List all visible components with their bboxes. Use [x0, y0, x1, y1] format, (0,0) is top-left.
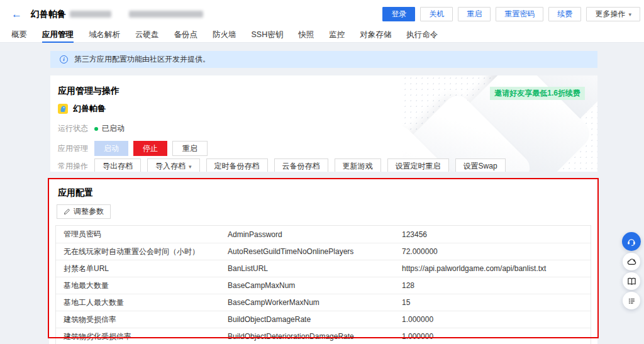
header-action-button[interactable]: 登录: [382, 7, 415, 21]
page-title: 幻兽帕鲁: [31, 9, 66, 20]
tab[interactable]: 域名解析: [89, 28, 120, 43]
info-icon: i: [60, 55, 68, 64]
config-table-row[interactable]: 封禁名单URL BanListURL https://api.palworldg…: [56, 260, 591, 277]
config-table-row[interactable]: 基地最大数量 BaseCampMaxNum 128: [56, 277, 591, 294]
common-operation-button[interactable]: 云备份存档: [274, 158, 328, 172]
page: ← 幻兽帕鲁 登录关机重启重置密码续费更多操作 概要应用管理域名解析云硬盘备份点…: [0, 0, 644, 344]
config-table: 管理员密码 AdminPassword 123456 无在线玩家时自动重置公会时…: [55, 225, 591, 344]
tab[interactable]: 云硬盘: [135, 28, 159, 43]
tab[interactable]: 快照: [298, 28, 314, 43]
app-management-card: 邀请好友享最低1.6折续费 应用管理与操作 幻兽帕鲁 运行状态 已启动 应用管理…: [50, 75, 597, 172]
common-operation-button[interactable]: 设置Swap: [455, 158, 506, 172]
param-name: 无在线玩家时自动重置公会时间（小时）: [56, 247, 228, 257]
param-name: 管理员密码: [56, 229, 228, 240]
tab[interactable]: SSH密钥: [252, 28, 284, 43]
pencil-icon: [64, 208, 70, 215]
param-name: 建筑物劣化受损倍率: [56, 331, 228, 342]
param-value: 128: [402, 281, 591, 290]
app-control-button[interactable]: 启动: [94, 141, 128, 156]
ops-label: 常用操作: [58, 161, 88, 172]
info-banner: i 第三方应用配置功能由社区开发并提供。: [50, 51, 597, 68]
tab[interactable]: 防火墙: [213, 28, 236, 43]
common-operation-button[interactable]: 导入存档: [147, 158, 200, 172]
common-operation-button[interactable]: 设置定时重启: [387, 158, 449, 172]
header-action-button[interactable]: 续费: [548, 7, 581, 21]
title-row: ← 幻兽帕鲁 登录关机重启重置密码续费更多操作: [0, 0, 644, 28]
status-label: 运行状态: [58, 123, 88, 134]
adjust-params-label: 调整参数: [74, 206, 104, 217]
ops-row: 常用操作 导出存档导入存档定时备份存档云备份存档更新游戏设置定时重启设置Swap: [58, 158, 597, 172]
tab[interactable]: 执行命令: [406, 28, 438, 43]
app-name: 幻兽帕鲁: [73, 103, 106, 114]
header-action-button[interactable]: 关机: [420, 7, 453, 21]
config-table-row[interactable]: 建筑物受损倍率 BuildObjectDamageRate 1.000000: [56, 311, 591, 328]
headset-icon: [626, 236, 637, 247]
param-value: https://api.palworldgame.com/api/banlist…: [402, 264, 591, 273]
header-action-button[interactable]: 重置密码: [496, 7, 543, 21]
redacted-text: [129, 11, 203, 18]
common-operation-button[interactable]: 导出存档: [94, 158, 141, 172]
param-value: 123456: [402, 230, 591, 239]
param-name: 建筑物受损倍率: [56, 314, 228, 325]
config-table-row[interactable]: 基地工人最大数量 BaseCampWorkerMaxNum 15: [56, 294, 591, 311]
status-value: 已启动: [102, 123, 125, 134]
param-key: BuildObjectDamageRate: [228, 315, 402, 324]
app-row: 幻兽帕鲁: [58, 103, 597, 114]
param-key: BaseCampMaxNum: [228, 281, 402, 290]
tab[interactable]: 监控: [329, 28, 345, 43]
cloud-icon: [626, 257, 637, 267]
tab[interactable]: 概要: [11, 28, 27, 43]
info-banner-text: 第三方应用配置功能由社区开发并提供。: [74, 54, 210, 65]
header-action-button[interactable]: 更多操作: [586, 7, 640, 21]
status-dot-icon: [94, 127, 98, 131]
param-name: 基地工人最大数量: [56, 297, 228, 308]
config-table-row[interactable]: 管理员密码 AdminPassword 123456: [56, 226, 591, 243]
param-value: 72.000000: [402, 247, 591, 256]
app-control-button[interactable]: 重启: [172, 141, 208, 156]
top-header: ← 幻兽帕鲁 登录关机重启重置密码续费更多操作 概要应用管理域名解析云硬盘备份点…: [0, 0, 644, 43]
param-value: 1.000000: [402, 332, 591, 341]
param-key: AutoResetGuildTimeNoOnlinePlayers: [228, 247, 402, 256]
manage-label: 应用管理: [58, 143, 88, 154]
param-key: BanListURL: [228, 264, 402, 273]
param-key: AdminPassword: [228, 230, 402, 239]
tab[interactable]: 应用管理: [42, 28, 74, 43]
param-value: 15: [402, 298, 591, 307]
docs-book-button[interactable]: [623, 272, 640, 290]
redacted-text: [70, 11, 111, 18]
palworld-app-icon: [58, 104, 68, 114]
app-config-card: 应用配置 调整参数 管理员密码 AdminPassword 123456 无在线…: [49, 179, 597, 344]
param-name: 封禁名单URL: [56, 264, 228, 274]
ops-buttons: 导出存档导入存档定时备份存档云备份存档更新游戏设置定时重启设置Swap: [94, 158, 512, 172]
support-headset-button[interactable]: [622, 232, 641, 251]
param-value: 1.000000: [402, 315, 591, 324]
status-row: 运行状态 已启动: [58, 123, 597, 134]
back-arrow-icon[interactable]: ←: [11, 9, 22, 19]
config-table-row[interactable]: 建筑物劣化受损倍率 BuildObjectDeteriorationDamage…: [56, 328, 591, 344]
promo-badge[interactable]: 邀请好友享最低1.6折续费: [490, 87, 585, 100]
header-action-button[interactable]: 重启: [458, 7, 491, 21]
config-table-row[interactable]: 无在线玩家时自动重置公会时间（小时） AutoResetGuildTimeNoO…: [56, 243, 591, 260]
header-actions: 登录关机重启重置密码续费更多操作: [377, 7, 640, 21]
param-name: 基地最大数量: [56, 280, 228, 291]
floating-toolbar: [622, 232, 641, 309]
param-key: BaseCampWorkerMaxNum: [228, 298, 402, 307]
tab[interactable]: 备份点: [174, 28, 198, 43]
common-operation-button[interactable]: 定时备份存档: [206, 158, 268, 172]
manage-buttons: 启动停止重启: [94, 141, 213, 156]
cloud-feedback-button[interactable]: [623, 253, 640, 270]
app-control-button[interactable]: 停止: [133, 141, 167, 156]
param-key: BuildObjectDeteriorationDamageRate: [228, 332, 402, 341]
tab[interactable]: 对象存储: [360, 28, 391, 43]
manage-row: 应用管理 启动停止重启: [58, 141, 597, 156]
open-book-icon: [626, 276, 637, 287]
list-icon: [626, 296, 637, 306]
survey-list-button[interactable]: [623, 292, 640, 309]
config-title: 应用配置: [49, 179, 597, 199]
tab-bar: 概要应用管理域名解析云硬盘备份点防火墙SSH密钥快照监控对象存储执行命令: [11, 28, 644, 43]
common-operation-button[interactable]: 更新游戏: [335, 158, 381, 172]
adjust-params-button[interactable]: 调整参数: [57, 204, 111, 219]
